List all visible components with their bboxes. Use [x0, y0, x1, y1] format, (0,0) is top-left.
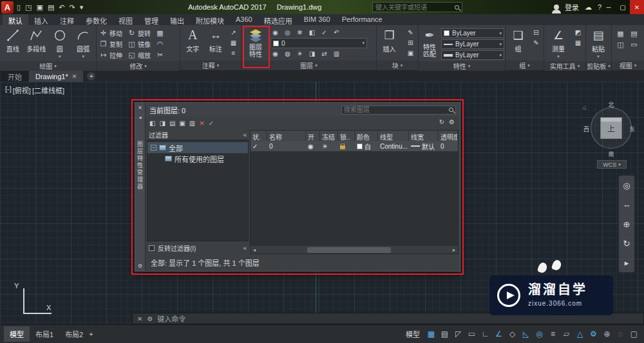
- tree-expander-icon[interactable]: −: [151, 145, 156, 151]
- plot-icon[interactable]: ▤: [48, 3, 54, 12]
- help-search-input[interactable]: [375, 4, 455, 11]
- infer-constraints-icon[interactable]: ◸: [452, 328, 464, 340]
- rotate-button[interactable]: ↻旋转: [128, 28, 151, 37]
- ribbon-tab[interactable]: BIM 360: [298, 14, 336, 25]
- interface-tabs-icon[interactable]: ▭: [629, 41, 639, 49]
- settings-gear-icon[interactable]: ⚙: [449, 118, 455, 125]
- osnap-icon[interactable]: ◎: [533, 328, 545, 340]
- transparency-icon[interactable]: ▱: [560, 328, 573, 340]
- new-layer-icon[interactable]: ▣: [179, 120, 185, 127]
- palette-close-icon[interactable]: ✕: [138, 105, 142, 111]
- panel-modify-label[interactable]: 修改 ▾: [97, 61, 180, 71]
- steering-wheel-icon[interactable]: ◎: [623, 181, 630, 190]
- layer-color-cell[interactable]: 白: [355, 142, 378, 151]
- panel-annotate-label[interactable]: 注释 ▾: [180, 60, 241, 70]
- zoom-icon[interactable]: ⊕: [623, 219, 630, 229]
- layout-tab[interactable]: 布局1: [30, 326, 59, 342]
- collapse-chevron-icon[interactable]: «: [243, 245, 247, 252]
- viewport-config-icon[interactable]: ▦: [616, 30, 625, 38]
- user-icon[interactable]: [554, 5, 559, 10]
- search-icon[interactable]: [455, 5, 459, 10]
- layer-isolate-icon[interactable]: ◎: [283, 28, 292, 37]
- new-property-filter-icon[interactable]: ◧: [149, 120, 155, 127]
- tab-start[interactable]: 开始: [1, 71, 28, 82]
- match-layer-icon[interactable]: ✓: [319, 28, 329, 37]
- ribbon-tab[interactable]: 插入: [28, 14, 54, 25]
- insert-block-button[interactable]: ❒ 插入: [379, 27, 399, 53]
- column-header[interactable]: 开: [306, 131, 320, 141]
- panel-view-label[interactable]: 视图 ▾: [612, 60, 644, 70]
- viewcube-north-label[interactable]: 北: [583, 100, 639, 109]
- ungroup-icon[interactable]: ⊟: [531, 28, 541, 37]
- viewcube-east-label[interactable]: 东: [629, 125, 635, 133]
- search-icon[interactable]: [449, 107, 453, 112]
- layer-dropdown[interactable]: 0 ▾: [270, 38, 367, 48]
- mirror-button[interactable]: ◫镜像: [128, 39, 151, 48]
- pan-icon[interactable]: ⇔: [623, 200, 631, 210]
- viewcube-top-face[interactable]: 上: [600, 117, 622, 139]
- column-header[interactable]: 线型: [378, 131, 409, 141]
- column-header[interactable]: 透明度: [439, 131, 458, 141]
- block-editor-icon[interactable]: ▣: [406, 49, 415, 57]
- text-button[interactable]: A 文字: [183, 27, 203, 53]
- layer-unlock-icon[interactable]: ◨: [307, 50, 317, 58]
- ribbon-tab[interactable]: 附加模块: [190, 14, 230, 25]
- named-views-icon[interactable]: ▤: [629, 30, 639, 38]
- new-layout-button[interactable]: +: [89, 330, 93, 338]
- layer-lock-icon[interactable]: [338, 144, 355, 149]
- polar-tracking-icon[interactable]: ∠: [493, 328, 505, 340]
- text-style-icon[interactable]: ≡: [229, 49, 238, 57]
- layer-search-box[interactable]: [341, 106, 456, 115]
- annotation-visibility-icon[interactable]: △: [574, 328, 586, 340]
- define-attributes-icon[interactable]: ⊞: [406, 39, 415, 47]
- layer-thaw-icon[interactable]: ☀: [295, 50, 305, 58]
- isodraft-icon[interactable]: ◇: [506, 328, 518, 340]
- layout-tab[interactable]: 布局2: [59, 326, 89, 342]
- tree-item-all[interactable]: − 全部: [147, 142, 248, 153]
- stretch-button[interactable]: ↦拉伸: [99, 50, 122, 59]
- ribbon-tab[interactable]: 视图: [113, 14, 138, 25]
- visual-style-menu[interactable]: [二维线框]: [32, 85, 64, 95]
- isolate-objects-icon[interactable]: ◌: [614, 328, 627, 340]
- workspace-icon[interactable]: ⚙: [587, 328, 600, 340]
- panel-block-label[interactable]: 块 ▾: [377, 60, 418, 70]
- layer-states-manager-icon[interactable]: ▤: [169, 120, 175, 127]
- panel-utilities-label[interactable]: 实用工具 ▾: [544, 61, 585, 71]
- table-horizontal-scrollbar[interactable]: ◂ ▸: [251, 245, 458, 254]
- layer-name-cell[interactable]: 0: [267, 143, 306, 150]
- layer-on-icon[interactable]: ◉: [306, 143, 320, 150]
- table-icon[interactable]: ▦: [229, 39, 238, 47]
- measure-button[interactable]: ∠ 测量 ▾: [547, 27, 570, 59]
- undo-icon[interactable]: ↶: [59, 3, 64, 12]
- dimension-button[interactable]: ↔ 标注: [206, 27, 226, 53]
- layer-row-0[interactable]: ✓ 0 ◉ ☀ 白 Continu... 默认 0: [251, 141, 458, 151]
- viewcube-west-label[interactable]: 西: [583, 125, 589, 133]
- panel-clipboard-label[interactable]: 剪贴板 ▾: [586, 61, 611, 71]
- ribbon-tab[interactable]: 参数化: [80, 14, 113, 25]
- view-menu[interactable]: [俯视]: [13, 85, 31, 95]
- invert-filter-checkbox[interactable]: [149, 245, 155, 251]
- ribbon-tab[interactable]: 管理: [138, 14, 164, 25]
- new-layer-vp-frozen-icon[interactable]: ▥: [189, 120, 195, 127]
- sign-in-button[interactable]: 登录: [565, 2, 579, 12]
- layout-tab[interactable]: 模型: [4, 326, 30, 342]
- layer-on-icon[interactable]: ◉: [270, 50, 280, 58]
- calculator-icon[interactable]: ▦: [573, 39, 583, 47]
- lineweight-icon[interactable]: ≡: [547, 328, 559, 340]
- circle-button[interactable]: 圆 ▾: [50, 27, 70, 59]
- layer-walk-icon[interactable]: ▥: [332, 50, 341, 58]
- scale-button[interactable]: ◱缩放: [128, 50, 151, 59]
- fillet-button[interactable]: ◠: [156, 39, 164, 48]
- command-prompt[interactable]: 键入命令: [157, 313, 185, 324]
- tree-item-all-used-layers[interactable]: 所有使用的图层: [147, 153, 248, 164]
- command-close-icon[interactable]: ✕: [137, 315, 142, 322]
- layer-freeze-icon[interactable]: ☀: [320, 143, 338, 150]
- layer-transparency-cell[interactable]: 0: [439, 143, 458, 150]
- ribbon-tab[interactable]: A360: [230, 14, 258, 25]
- polyline-button[interactable]: 多段线: [26, 27, 47, 53]
- grid-icon[interactable]: ▦: [425, 328, 437, 340]
- column-header[interactable]: 颜色: [355, 131, 378, 141]
- showmotion-icon[interactable]: ▸: [625, 258, 629, 268]
- match-properties-button[interactable]: ✒ 特性匹配: [421, 27, 438, 58]
- ribbon-tab[interactable]: 默认: [3, 14, 28, 25]
